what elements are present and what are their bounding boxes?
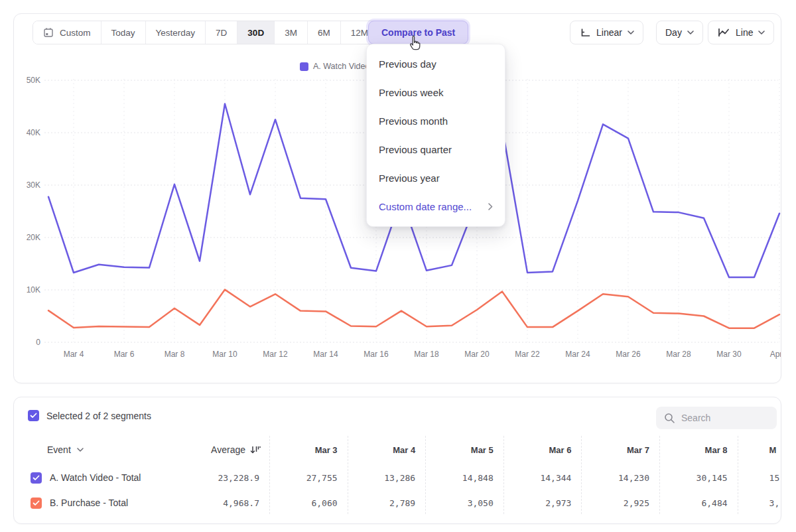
chevron-down-icon bbox=[687, 31, 694, 34]
svg-text:Mar 6: Mar 6 bbox=[114, 350, 135, 359]
svg-text:Mar 20: Mar 20 bbox=[464, 350, 490, 359]
range-label: 6M bbox=[318, 28, 330, 38]
value-cell: 6,484 bbox=[659, 498, 738, 508]
menu-item-previous-month[interactable]: Previous month bbox=[367, 107, 505, 135]
date-column-header[interactable]: Mar 6 bbox=[503, 445, 582, 455]
compare-to-past-button[interactable]: Compare to Past bbox=[368, 21, 468, 44]
value-cell: 6,060 bbox=[269, 498, 348, 508]
search-input[interactable] bbox=[681, 413, 761, 423]
value-cell: 3,050 bbox=[425, 498, 503, 508]
column-separator bbox=[581, 436, 582, 514]
value-cell-clipped: 3, bbox=[738, 498, 781, 508]
chevron-right-icon bbox=[488, 203, 493, 210]
range-label: 30D bbox=[247, 28, 264, 38]
range-button-30d[interactable]: 30D bbox=[237, 21, 274, 44]
chevron-down-icon bbox=[77, 448, 84, 452]
search-icon bbox=[664, 413, 675, 424]
date-column-header[interactable]: Mar 3 bbox=[269, 445, 348, 455]
value-cell: 14,230 bbox=[581, 473, 659, 483]
svg-text:40K: 40K bbox=[27, 128, 40, 137]
date-column-header-clipped: M bbox=[738, 445, 781, 455]
svg-text:10K: 10K bbox=[27, 285, 40, 295]
select-all-checkbox[interactable] bbox=[28, 410, 39, 421]
menu-item-previous-week[interactable]: Previous week bbox=[367, 78, 505, 107]
menu-item-previous-day[interactable]: Previous day bbox=[367, 50, 505, 78]
range-label: Custom bbox=[60, 28, 91, 38]
column-separator bbox=[269, 436, 270, 514]
svg-text:Mar 22: Mar 22 bbox=[515, 350, 540, 359]
value-cell: 30,145 bbox=[659, 473, 738, 483]
table-header-row: Event Average Mar 3Mar 4Mar 5Mar 6Mar 7M… bbox=[14, 438, 781, 461]
table-row: A. Watch Video - Total23,228.927,75513,2… bbox=[14, 465, 781, 490]
range-button-6m[interactable]: 6M bbox=[307, 21, 340, 44]
chart-type-dropdown-button[interactable]: Line bbox=[708, 21, 774, 44]
svg-text:Mar 16: Mar 16 bbox=[364, 350, 389, 359]
value-cell: 14,848 bbox=[425, 473, 503, 483]
svg-text:Mar 30: Mar 30 bbox=[716, 350, 742, 359]
column-separator bbox=[348, 436, 348, 514]
column-separator bbox=[738, 436, 738, 514]
menu-item-custom-date-range[interactable]: Custom date range... bbox=[367, 192, 505, 221]
svg-text:Mar 12: Mar 12 bbox=[263, 350, 288, 359]
event-header-label: Event bbox=[47, 444, 71, 455]
search-box[interactable] bbox=[656, 407, 777, 429]
value-cell: 27,755 bbox=[269, 473, 348, 483]
purchase-series-line bbox=[48, 290, 779, 328]
value-cell: 13,286 bbox=[348, 473, 426, 483]
column-separator bbox=[425, 436, 426, 514]
date-range-segmented-control: CustomTodayYesterday7D30D3M6M12M bbox=[33, 21, 379, 44]
svg-text:Mar 26: Mar 26 bbox=[616, 350, 641, 359]
event-cell: A. Watch Video - Total bbox=[14, 472, 178, 484]
svg-text:Mar 8: Mar 8 bbox=[165, 350, 185, 359]
range-button-yesterday[interactable]: Yesterday bbox=[145, 21, 206, 44]
event-label: A. Watch Video - Total bbox=[50, 472, 141, 483]
svg-text:0: 0 bbox=[36, 338, 40, 347]
average-header-label: Average bbox=[211, 444, 245, 455]
menu-item-previous-quarter[interactable]: Previous quarter bbox=[367, 135, 505, 164]
svg-text:Mar 28: Mar 28 bbox=[666, 350, 691, 359]
value-cell: 2,973 bbox=[503, 498, 582, 508]
axis-scale-icon bbox=[579, 27, 591, 38]
row-checkbox[interactable] bbox=[31, 472, 42, 484]
range-label: Yesterday bbox=[156, 28, 196, 38]
date-column-header[interactable]: Mar 4 bbox=[348, 445, 426, 455]
svg-text:Mar 14: Mar 14 bbox=[313, 350, 338, 359]
range-label: 12M bbox=[351, 28, 368, 38]
svg-text:Mar 24: Mar 24 bbox=[565, 350, 590, 359]
segments-selected-label: Selected 2 of 2 segments bbox=[46, 411, 151, 421]
value-cell: 2,789 bbox=[348, 498, 426, 508]
svg-text:Mar 4: Mar 4 bbox=[64, 350, 84, 359]
scale-dropdown-button[interactable]: Linear bbox=[570, 21, 643, 44]
column-separator bbox=[659, 436, 660, 514]
svg-text:50K: 50K bbox=[27, 76, 40, 85]
menu-item-previous-year[interactable]: Previous year bbox=[367, 164, 505, 192]
range-button-3m[interactable]: 3M bbox=[274, 21, 307, 44]
scale-label: Linear bbox=[596, 27, 622, 38]
interval-label: Day bbox=[665, 27, 682, 38]
event-column-header[interactable]: Event bbox=[14, 444, 178, 455]
range-button-today[interactable]: Today bbox=[101, 21, 145, 44]
range-button-custom[interactable]: Custom bbox=[33, 21, 101, 44]
chart-type-label: Line bbox=[736, 27, 753, 38]
calendar-icon bbox=[43, 27, 54, 38]
svg-text:30K: 30K bbox=[27, 180, 40, 190]
chevron-down-icon bbox=[758, 31, 765, 34]
svg-text:Mar 10: Mar 10 bbox=[212, 350, 237, 359]
segments-selected-row: Selected 2 of 2 segments bbox=[28, 410, 151, 421]
svg-text:Mar 18: Mar 18 bbox=[414, 350, 439, 359]
value-cell-clipped: 15, bbox=[738, 473, 781, 483]
average-cell: 23,228.9 bbox=[178, 473, 269, 483]
value-cell: 14,344 bbox=[503, 473, 582, 483]
range-label: 7D bbox=[216, 28, 227, 38]
row-checkbox[interactable] bbox=[31, 498, 42, 509]
analytics-dashboard: { "toolbar": { "date_ranges": ["Custom",… bbox=[0, 0, 796, 532]
date-column-header[interactable]: Mar 8 bbox=[659, 445, 738, 455]
interval-dropdown-button[interactable]: Day bbox=[656, 21, 703, 44]
range-label: 3M bbox=[285, 28, 297, 38]
event-label: B. Purchase - Total bbox=[50, 498, 128, 508]
date-column-header[interactable]: Mar 5 bbox=[425, 445, 503, 455]
column-separator bbox=[503, 436, 504, 514]
date-column-header[interactable]: Mar 7 bbox=[581, 445, 659, 455]
range-button-7d[interactable]: 7D bbox=[205, 21, 237, 44]
average-column-header[interactable]: Average bbox=[178, 444, 269, 455]
